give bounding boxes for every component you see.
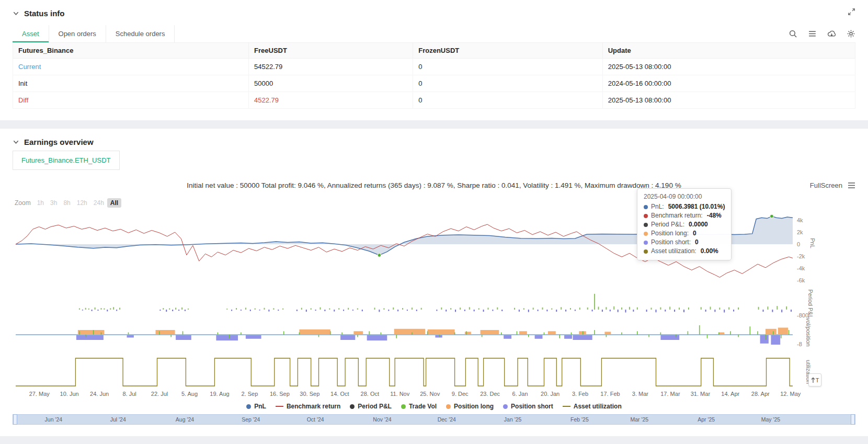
period-pnl-bar <box>85 308 86 310</box>
trade-vol-tick <box>757 331 758 335</box>
legend-item-asset-utilization[interactable]: Asset utilization <box>563 403 622 410</box>
tab-schedule-orders[interactable]: Schedule orders <box>106 25 175 42</box>
zoom-button-8h[interactable]: 8h <box>60 198 73 208</box>
position-short-bar <box>771 335 780 345</box>
trade-marker-dot[interactable] <box>770 214 774 218</box>
trade-vol-tick <box>676 335 677 337</box>
zoom-button-24h[interactable]: 24h <box>90 198 107 208</box>
tab-open-orders[interactable]: Open orders <box>49 25 106 42</box>
legend-item-position-long[interactable]: Position long <box>446 403 494 410</box>
legend-label: PnL <box>254 403 266 410</box>
period-pnl-bar <box>166 310 167 312</box>
zoom-label: Zoom <box>15 199 31 207</box>
back-to-top-label: T <box>816 377 819 383</box>
period-pnl-bar <box>301 308 302 310</box>
fullscreen-label[interactable]: FullScreen <box>810 181 842 189</box>
period-pnl-bar <box>551 309 552 310</box>
diff-frozen: 0 <box>413 92 602 109</box>
chevron-down-icon[interactable] <box>13 139 19 145</box>
tooltip-label: Position long: <box>651 229 689 238</box>
period-pnl-bar <box>416 310 417 311</box>
legend-dot-swatch <box>446 404 451 409</box>
navigator-left-handle[interactable] <box>13 414 17 425</box>
period-pnl-bar <box>460 308 461 310</box>
fullscreen-control[interactable]: FullScreen <box>810 181 855 189</box>
period-pnl-bar <box>119 308 120 310</box>
period-pnl-bar <box>320 308 321 310</box>
col-header-account: Futures_Binance <box>13 43 249 59</box>
period-pnl-bar <box>629 307 630 310</box>
cloud-download-icon[interactable] <box>827 29 836 38</box>
period-pnl-bar <box>245 308 246 310</box>
trade-vol-tick <box>128 333 129 335</box>
period-pnl-bar <box>763 310 764 312</box>
period-pnl-bar <box>660 308 661 310</box>
period-pnl-bar <box>705 310 706 312</box>
period-pnl-bar <box>169 309 170 310</box>
position-long-bar <box>719 333 724 335</box>
tooltip-value: 0.0000 <box>689 220 708 229</box>
tooltip-row: Period P&L:0.0000 <box>644 220 725 229</box>
legend-item-benchmark-return[interactable]: Benchmark return <box>276 403 340 410</box>
period-pnl-bar <box>446 310 447 312</box>
current-link[interactable]: Current <box>18 63 41 71</box>
chart-navigator[interactable]: Jun '24Jul '24Aug '24Sep '24Oct '24Nov '… <box>13 414 855 425</box>
current-frozen: 0 <box>413 59 602 75</box>
navigator-month-label: Sep '24 <box>242 416 260 423</box>
zoom-button-12h[interactable]: 12h <box>74 198 90 208</box>
navigator-month-label: Jun '24 <box>45 416 63 423</box>
navigator-month-label: May '25 <box>761 416 780 423</box>
period-pnl-bar <box>352 310 353 311</box>
period-pnl-bar <box>633 310 634 312</box>
period-pnl-bar <box>602 310 603 312</box>
period-pnl-bar <box>159 310 161 311</box>
navigator-right-handle[interactable] <box>851 414 855 425</box>
legend-item-position-short[interactable]: Position short <box>503 403 553 410</box>
legend-item-trade-vol[interactable]: Trade Vol <box>401 403 437 410</box>
position-short-bar <box>564 335 572 339</box>
trade-vol-tick <box>660 333 661 335</box>
x-axis-tick-label: 14. Apr <box>721 391 739 397</box>
period-pnl-bar <box>259 310 260 311</box>
x-axis-tick-label: 23. Dec <box>480 391 500 397</box>
chevron-down-icon[interactable] <box>13 10 19 17</box>
tooltip-value: 0 <box>695 238 699 247</box>
legend-item-period-p-l[interactable]: Period P&L <box>350 403 392 410</box>
tooltip-row: Position short:0 <box>644 238 725 247</box>
axis-tick-label: 2k <box>797 229 803 235</box>
position-short-bar <box>216 335 238 340</box>
axis-name-label: vol/position <box>805 317 812 346</box>
trade-vol-tick <box>707 335 708 338</box>
x-axis-tick-label: 6. Jan <box>512 391 528 397</box>
zoom-button-all[interactable]: All <box>107 198 121 208</box>
trade-vol-tick <box>594 330 595 335</box>
position-long-bar <box>548 331 556 335</box>
search-icon[interactable] <box>789 29 797 38</box>
zoom-button-1h[interactable]: 1h <box>34 198 47 208</box>
settings-gear-icon[interactable] <box>847 29 855 38</box>
chart-area: Zoom 1h3h8h12h24hAll 4k2k0-2k-4k-6k-800-… <box>13 197 855 425</box>
chart-tooltip: 2025-04-09 00:00:00 PnL:5006.3981 (10.01… <box>637 188 732 260</box>
list-icon[interactable] <box>808 29 817 38</box>
period-pnl-bar <box>407 310 408 311</box>
trade-vol-tick <box>765 335 766 339</box>
legend-label: Position long <box>454 403 494 410</box>
fullscreen-expand-icon[interactable] <box>848 8 855 18</box>
navigator-month-label: Mar '25 <box>630 416 648 423</box>
position-short-bar <box>573 335 592 340</box>
period-pnl-bar <box>533 308 534 310</box>
legend-item-pnl[interactable]: PnL <box>246 403 266 410</box>
menu-icon <box>848 182 855 189</box>
period-pnl-bar <box>565 310 566 312</box>
back-to-top-button[interactable]: T <box>808 373 821 386</box>
position-short-bar <box>535 335 543 339</box>
period-pnl-bar <box>519 310 520 312</box>
current-free: 54522.79 <box>249 59 413 75</box>
tab-asset[interactable]: Asset <box>13 25 49 42</box>
period-pnl-bar <box>226 309 227 310</box>
trade-marker-dot[interactable] <box>378 254 381 257</box>
tab-futures-binance-eth-usdt[interactable]: Futures_Binance.ETH_USDT <box>13 151 120 170</box>
zoom-button-3h[interactable]: 3h <box>47 198 60 208</box>
x-axis-tick-label: 25. Nov <box>420 391 440 397</box>
x-axis-tick-label: 5. Aug <box>181 391 198 397</box>
